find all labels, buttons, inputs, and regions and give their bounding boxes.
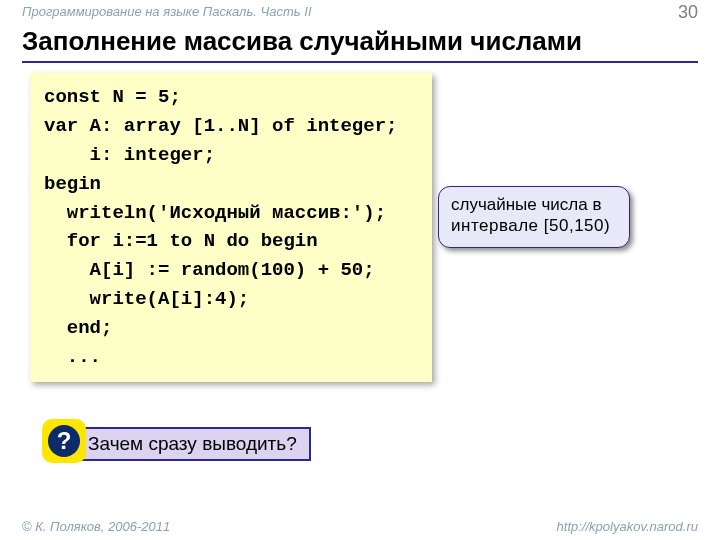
callout-note: случайные числа в интервале [50,150) [438,186,630,248]
footer-copyright: © К. Поляков, 2006-2011 [22,519,170,534]
question-mark-icon: ? [48,425,80,457]
question-badge: ? [42,419,86,463]
slide: Программирование на языке Паскаль. Часть… [0,0,720,540]
code-block: const N = 5; var A: array [1..N] of inte… [30,73,432,382]
footer-url: http://kpolyakov.narod.ru [557,519,698,534]
course-title: Программирование на языке Паскаль. Часть… [22,4,312,19]
page-number: 30 [678,2,698,23]
question-box: Зачем сразу выводить? [74,427,311,461]
footer-bar: © К. Поляков, 2006-2011 http://kpolyakov… [0,514,720,540]
header-bar: Программирование на языке Паскаль. Часть… [0,0,720,26]
callout-line2: интервале [50,150) [451,215,617,236]
slide-title: Заполнение массива случайными числами [22,26,698,63]
callout-line1: случайные числа в [451,194,617,215]
